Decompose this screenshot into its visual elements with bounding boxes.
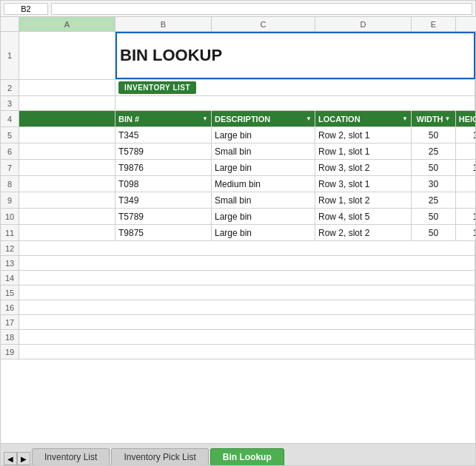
cell-f5[interactable]: 10 (456, 127, 475, 143)
col-header-f[interactable]: F (456, 17, 476, 31)
cell-c7[interactable]: Large bin (212, 160, 315, 175)
cell-b8[interactable]: T098 (115, 176, 212, 192)
cell-f11[interactable]: 10 (456, 225, 475, 240)
cell-b6[interactable]: T5789 (115, 143, 212, 159)
cell-e7[interactable]: 50 (412, 160, 456, 175)
cell-d8[interactable]: Row 3, slot 1 (315, 176, 412, 192)
cell-b9[interactable]: T349 (115, 192, 212, 208)
cell-e11[interactable]: 50 (412, 225, 456, 240)
cell-b11[interactable]: T9875 (115, 225, 212, 240)
cell-e5[interactable]: 50 (412, 127, 456, 143)
header-description[interactable]: DESCRIPTION ▼ (212, 111, 315, 126)
col-header-b[interactable]: A (19, 17, 115, 31)
cell-b5[interactable]: T345 (115, 127, 212, 143)
formula-input[interactable] (51, 3, 472, 15)
cell-f9[interactable]: 5 (456, 192, 475, 208)
cell-b7[interactable]: T9876 (115, 160, 212, 175)
cell-c9[interactable]: Small bin (212, 192, 315, 208)
grid-row-17: 17 (1, 315, 475, 330)
cell-c5[interactable]: Large bin (212, 127, 315, 143)
cell-e6[interactable]: 25 (412, 143, 456, 159)
cell-18[interactable] (19, 330, 475, 344)
row-num-8: 8 (1, 176, 19, 192)
grid-row-10: 10 T5789 Large bin Row 4, slot 5 50 10 1… (1, 209, 475, 225)
cell-b1[interactable]: BIN LOOKUP (115, 32, 475, 79)
cell-c6[interactable]: Small bin (212, 143, 315, 159)
cell-c11[interactable]: Large bin (212, 225, 315, 240)
grid-row-18: 18 (1, 330, 475, 345)
row-num-13: 13 (1, 256, 19, 270)
cell-a8[interactable] (19, 176, 115, 192)
cell-e9[interactable]: 25 (412, 192, 456, 208)
col-header-b2[interactable]: B (115, 17, 212, 31)
header-width[interactable]: WIDTH ▼ (412, 111, 456, 126)
col-header-d[interactable]: D (315, 17, 412, 31)
cell-a11[interactable] (19, 225, 115, 240)
row-num-11: 11 (1, 225, 19, 240)
cell-b3[interactable] (115, 96, 475, 110)
tab-inventory-list[interactable]: Inventory List (32, 448, 110, 465)
cell-12[interactable] (19, 241, 475, 255)
cell-c8[interactable]: Medium bin (212, 176, 315, 192)
scroll-area: ◀ ▶ (4, 452, 30, 465)
cell-15[interactable] (19, 286, 475, 300)
grid-row-14: 14 (1, 271, 475, 286)
cell-d9[interactable]: Row 1, slot 2 (315, 192, 412, 208)
grid-row-6: 6 T5789 Small bin Row 1, slot 1 25 5 5 (1, 143, 475, 160)
filter-arrow-desc[interactable]: ▼ (306, 115, 312, 122)
grid-row-15: 15 (1, 286, 475, 300)
row-num-5: 5 (1, 127, 19, 143)
cell-17[interactable] (19, 315, 475, 329)
cell-a4[interactable] (19, 111, 115, 126)
name-box[interactable] (4, 3, 48, 15)
cell-a9[interactable] (19, 192, 115, 208)
row-num-2: 2 (1, 80, 19, 95)
cell-f10[interactable]: 10 (456, 209, 475, 224)
filter-arrow-bin[interactable]: ▼ (202, 115, 208, 122)
grid-row-4: 4 BIN # ▼ DESCRIPTION ▼ LOCATION ▼ WIDTH… (1, 111, 475, 127)
cell-f8[interactable]: 7 (456, 176, 475, 192)
cell-a10[interactable] (19, 209, 115, 224)
scroll-left-button[interactable]: ◀ (4, 452, 17, 465)
cell-a3[interactable] (19, 96, 115, 110)
cell-d10[interactable]: Row 4, slot 5 (315, 209, 412, 224)
cell-13[interactable] (19, 256, 475, 270)
cell-a1[interactable] (19, 32, 115, 79)
header-location[interactable]: LOCATION ▼ (315, 111, 412, 126)
grid-row-5: 5 T345 Large bin Row 2, slot 1 50 10 10 (1, 127, 475, 143)
grid: 1 BIN LOOKUP 2 INVENTORY LIST 3 4 (1, 32, 475, 443)
cell-a5[interactable] (19, 127, 115, 143)
cell-f7[interactable]: 10 (456, 160, 475, 175)
cell-c10[interactable]: Large bin (212, 209, 315, 224)
cell-16[interactable] (19, 300, 475, 314)
cell-a2[interactable] (19, 80, 115, 95)
scroll-right-button[interactable]: ▶ (17, 452, 30, 465)
col-header-e[interactable]: E (412, 17, 456, 31)
cell-e10[interactable]: 50 (412, 209, 456, 224)
header-height[interactable]: HEIGHT ▼ (456, 111, 475, 126)
cell-19[interactable] (19, 345, 475, 359)
cell-b2[interactable]: INVENTORY LIST (115, 80, 475, 95)
cell-d5[interactable]: Row 2, slot 1 (315, 127, 412, 143)
cell-14[interactable] (19, 271, 475, 285)
cell-b10[interactable]: T5789 (115, 209, 212, 224)
grid-row-2: 2 INVENTORY LIST (1, 80, 475, 96)
cell-e8[interactable]: 30 (412, 176, 456, 192)
header-bin-num[interactable]: BIN # ▼ (115, 111, 212, 126)
tab-inventory-pick-list[interactable]: Inventory Pick List (111, 448, 208, 465)
grid-row-13: 13 (1, 256, 475, 271)
cell-d6[interactable]: Row 1, slot 1 (315, 143, 412, 159)
row-num-12: 12 (1, 241, 19, 255)
tab-bin-lookup[interactable]: Bin Lookup (210, 448, 284, 465)
cell-a7[interactable] (19, 160, 115, 175)
spreadsheet: A B C D E F G 1 BIN LOOKUP 2 INVENTORY L… (0, 0, 476, 466)
cell-d7[interactable]: Row 3, slot 2 (315, 160, 412, 175)
grid-row-19: 19 (1, 345, 475, 359)
cell-d11[interactable]: Row 2, slot 2 (315, 225, 412, 240)
cell-a6[interactable] (19, 143, 115, 159)
cell-f6[interactable]: 5 (456, 143, 475, 159)
inventory-list-button[interactable]: INVENTORY LIST (118, 81, 196, 94)
filter-arrow-loc[interactable]: ▼ (402, 115, 408, 122)
filter-arrow-width[interactable]: ▼ (445, 115, 451, 122)
col-header-c[interactable]: C (212, 17, 315, 31)
